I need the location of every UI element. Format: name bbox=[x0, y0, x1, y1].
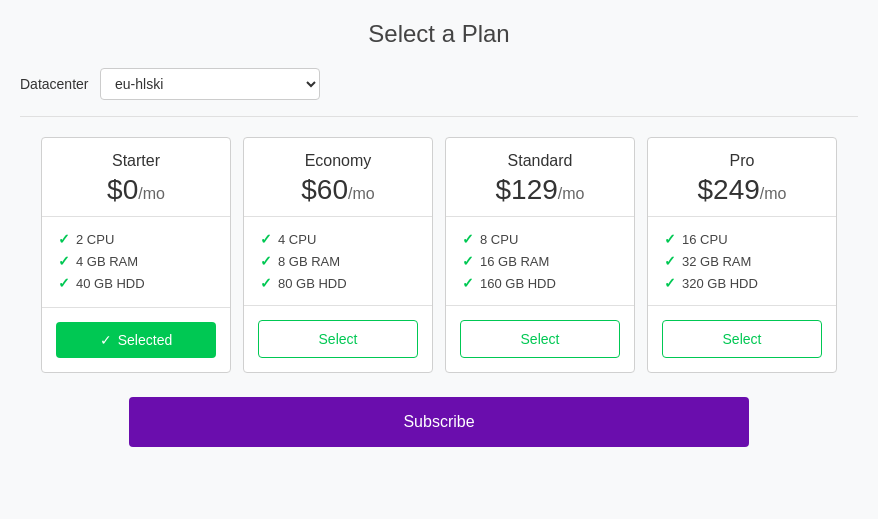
feature-text: 160 GB HDD bbox=[480, 276, 556, 291]
feature-text: 4 CPU bbox=[278, 232, 316, 247]
feature-item: ✓ 32 GB RAM bbox=[664, 253, 820, 269]
check-icon: ✓ bbox=[664, 275, 676, 291]
feature-item: ✓ 160 GB HDD bbox=[462, 275, 618, 291]
check-icon: ✓ bbox=[58, 275, 70, 291]
plan-card-standard: Standard $129/mo ✓ 8 CPU ✓ 16 GB RAM ✓ 1… bbox=[445, 137, 635, 373]
plan-currency: $60 bbox=[301, 174, 348, 205]
feature-text: 16 GB RAM bbox=[480, 254, 549, 269]
plan-price-pro: $249/mo bbox=[658, 174, 826, 206]
check-icon: ✓ bbox=[260, 253, 272, 269]
plan-action-economy: Select bbox=[244, 306, 432, 372]
check-icon: ✓ bbox=[664, 253, 676, 269]
feature-item: ✓ 8 CPU bbox=[462, 231, 618, 247]
plan-features-standard: ✓ 8 CPU ✓ 16 GB RAM ✓ 160 GB HDD bbox=[446, 217, 634, 306]
check-icon: ✓ bbox=[58, 253, 70, 269]
feature-item: ✓ 16 GB RAM bbox=[462, 253, 618, 269]
plan-period: /mo bbox=[138, 185, 165, 202]
plan-header-pro: Pro $249/mo bbox=[648, 138, 836, 217]
check-icon: ✓ bbox=[664, 231, 676, 247]
feature-item: ✓ 40 GB HDD bbox=[58, 275, 214, 291]
feature-item: ✓ 2 CPU bbox=[58, 231, 214, 247]
check-icon: ✓ bbox=[260, 275, 272, 291]
plan-currency: $129 bbox=[496, 174, 558, 205]
feature-item: ✓ 8 GB RAM bbox=[260, 253, 416, 269]
datacenter-select[interactable]: eu-hlski us-east us-west ap-southeast bbox=[100, 68, 320, 100]
plan-action-pro: Select bbox=[648, 306, 836, 372]
feature-item: ✓ 320 GB HDD bbox=[664, 275, 820, 291]
plan-name-pro: Pro bbox=[658, 152, 826, 170]
feature-text: 16 CPU bbox=[682, 232, 728, 247]
plan-header-starter: Starter $0/mo bbox=[42, 138, 230, 217]
plan-features-pro: ✓ 16 CPU ✓ 32 GB RAM ✓ 320 GB HDD bbox=[648, 217, 836, 306]
feature-text: 2 CPU bbox=[76, 232, 114, 247]
feature-item: ✓ 4 GB RAM bbox=[58, 253, 214, 269]
feature-text: 8 CPU bbox=[480, 232, 518, 247]
plan-features-economy: ✓ 4 CPU ✓ 8 GB RAM ✓ 80 GB HDD bbox=[244, 217, 432, 306]
check-icon: ✓ bbox=[100, 332, 112, 348]
plan-name-standard: Standard bbox=[456, 152, 624, 170]
feature-item: ✓ 4 CPU bbox=[260, 231, 416, 247]
feature-item: ✓ 80 GB HDD bbox=[260, 275, 416, 291]
plan-header-economy: Economy $60/mo bbox=[244, 138, 432, 217]
plans-container: Starter $0/mo ✓ 2 CPU ✓ 4 GB RAM ✓ 40 GB… bbox=[20, 137, 858, 373]
select-button-economy[interactable]: Select bbox=[258, 320, 418, 358]
select-button-standard[interactable]: Select bbox=[460, 320, 620, 358]
feature-text: 80 GB HDD bbox=[278, 276, 347, 291]
select-button-pro[interactable]: Select bbox=[662, 320, 822, 358]
plan-period: /mo bbox=[558, 185, 585, 202]
check-icon: ✓ bbox=[462, 253, 474, 269]
feature-text: 320 GB HDD bbox=[682, 276, 758, 291]
plan-header-standard: Standard $129/mo bbox=[446, 138, 634, 217]
page-title: Select a Plan bbox=[368, 20, 509, 48]
check-icon: ✓ bbox=[58, 231, 70, 247]
plan-currency: $249 bbox=[698, 174, 760, 205]
subscribe-button[interactable]: Subscribe bbox=[129, 397, 749, 447]
check-icon: ✓ bbox=[260, 231, 272, 247]
plan-period: /mo bbox=[348, 185, 375, 202]
plan-price-standard: $129/mo bbox=[456, 174, 624, 206]
feature-text: 8 GB RAM bbox=[278, 254, 340, 269]
feature-text: 32 GB RAM bbox=[682, 254, 751, 269]
datacenter-label: Datacenter bbox=[20, 76, 100, 92]
plan-period: /mo bbox=[760, 185, 787, 202]
feature-item: ✓ 16 CPU bbox=[664, 231, 820, 247]
plan-card-economy: Economy $60/mo ✓ 4 CPU ✓ 8 GB RAM ✓ 80 G… bbox=[243, 137, 433, 373]
check-icon: ✓ bbox=[462, 231, 474, 247]
plan-action-standard: Select bbox=[446, 306, 634, 372]
plan-currency: $0 bbox=[107, 174, 138, 205]
feature-text: 40 GB HDD bbox=[76, 276, 145, 291]
plan-name-starter: Starter bbox=[52, 152, 220, 170]
plan-card-pro: Pro $249/mo ✓ 16 CPU ✓ 32 GB RAM ✓ 320 G… bbox=[647, 137, 837, 373]
plan-features-starter: ✓ 2 CPU ✓ 4 GB RAM ✓ 40 GB HDD bbox=[42, 217, 230, 308]
selected-button-starter[interactable]: ✓ Selected bbox=[56, 322, 216, 358]
plan-name-economy: Economy bbox=[254, 152, 422, 170]
section-divider bbox=[20, 116, 858, 117]
feature-text: 4 GB RAM bbox=[76, 254, 138, 269]
plan-action-starter: ✓ Selected bbox=[42, 308, 230, 372]
subscribe-container: Subscribe bbox=[129, 397, 749, 447]
plan-price-economy: $60/mo bbox=[254, 174, 422, 206]
datacenter-row: Datacenter eu-hlski us-east us-west ap-s… bbox=[20, 68, 858, 100]
check-icon: ✓ bbox=[462, 275, 474, 291]
plan-card-starter: Starter $0/mo ✓ 2 CPU ✓ 4 GB RAM ✓ 40 GB… bbox=[41, 137, 231, 373]
plan-price-starter: $0/mo bbox=[52, 174, 220, 206]
